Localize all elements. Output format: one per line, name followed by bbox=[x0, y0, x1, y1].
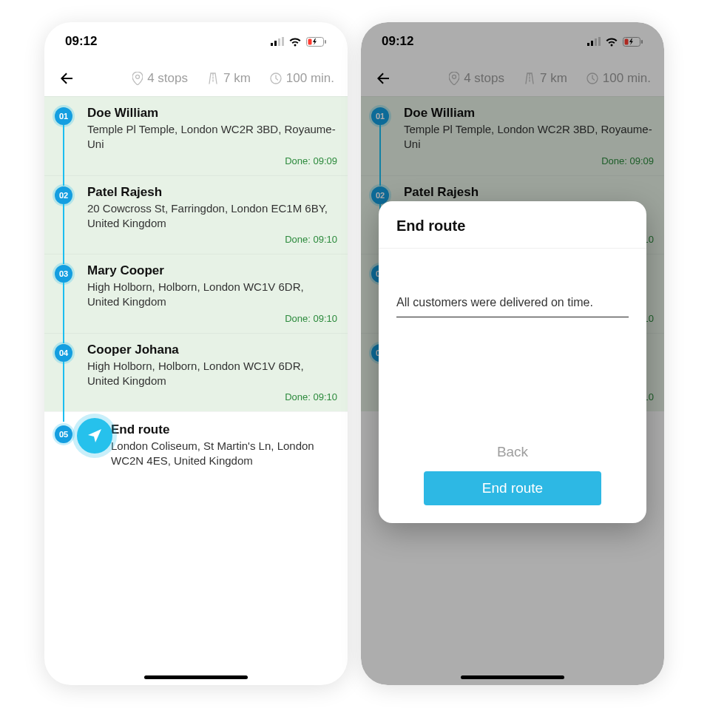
stop-item[interactable]: 04 Cooper Johana High Holborn, Holborn, … bbox=[44, 333, 348, 412]
svg-rect-6 bbox=[308, 38, 312, 44]
svg-rect-3 bbox=[282, 37, 284, 46]
timeline-connector bbox=[63, 125, 64, 186]
battery-low-icon bbox=[306, 37, 327, 47]
road-icon bbox=[207, 73, 219, 84]
duration-summary: 100 min. bbox=[270, 71, 334, 86]
done-timestamp: Done: 09:10 bbox=[87, 234, 337, 245]
navigation-arrow-icon bbox=[86, 427, 104, 445]
timeline-connector bbox=[63, 283, 64, 343]
stop-number-badge: 03 bbox=[55, 265, 72, 283]
navigate-button[interactable] bbox=[77, 418, 112, 454]
svg-rect-5 bbox=[325, 40, 326, 44]
stop-item[interactable]: 02 Patel Rajesh 20 Cowcross St, Farringd… bbox=[44, 175, 348, 255]
stop-number-badge: 02 bbox=[55, 186, 72, 204]
done-timestamp: Done: 09:10 bbox=[87, 391, 337, 402]
stop-address: Temple Pl Temple, London WC2R 3BD, Royau… bbox=[87, 122, 337, 152]
stop-number-badge: 05 bbox=[55, 425, 72, 443]
done-timestamp: Done: 09:09 bbox=[87, 155, 337, 166]
pin-icon bbox=[132, 72, 143, 85]
back-button[interactable] bbox=[58, 70, 75, 87]
end-route-title: End route bbox=[111, 422, 337, 437]
stop-number-badge: 01 bbox=[55, 107, 72, 125]
modal-confirm-button[interactable]: End route bbox=[424, 471, 601, 505]
stops-list: 01 Doe William Temple Pl Temple, London … bbox=[44, 96, 348, 484]
stop-address: High Holborn, Holborn, London WC1V 6DR, … bbox=[87, 359, 337, 389]
end-route-address: London Coliseum, St Martin's Ln, London … bbox=[111, 439, 337, 469]
route-note-input[interactable]: All customers were delivered on time. bbox=[396, 296, 629, 317]
status-bar: 09:12 bbox=[44, 22, 348, 61]
end-route-item[interactable]: 05 End route London Coliseum, St Martin'… bbox=[44, 411, 348, 484]
home-indicator[interactable] bbox=[144, 675, 248, 679]
status-time: 09:12 bbox=[65, 34, 97, 49]
modal-title: End route bbox=[379, 201, 646, 249]
stop-name: Patel Rajesh bbox=[87, 185, 337, 200]
stops-summary: 4 stops bbox=[132, 71, 188, 86]
stop-name: Mary Cooper bbox=[87, 263, 337, 278]
stop-address: High Holborn, Holborn, London WC1V 6DR, … bbox=[87, 280, 337, 310]
stop-address: 20 Cowcross St, Farringdon, London EC1M … bbox=[87, 201, 337, 232]
stop-name: Doe William bbox=[87, 106, 337, 121]
timeline-connector bbox=[63, 204, 64, 265]
stop-name: Cooper Johana bbox=[87, 343, 337, 357]
timeline-connector bbox=[63, 362, 64, 422]
end-route-modal: End route All customers were delivered o… bbox=[379, 201, 646, 523]
stop-item[interactable]: 01 Doe William Temple Pl Temple, London … bbox=[44, 96, 348, 175]
stop-item[interactable]: 03 Mary Cooper High Holborn, Holborn, Lo… bbox=[44, 254, 348, 333]
done-timestamp: Done: 09:10 bbox=[87, 313, 337, 324]
modal-back-button[interactable]: Back bbox=[493, 443, 532, 461]
distance-summary: 7 km bbox=[207, 71, 251, 86]
phone-end-route-modal: 09:12 4 stops 7 km bbox=[361, 22, 664, 685]
phone-route-list: 09:12 4 stops 7 km bbox=[44, 22, 348, 685]
svg-rect-0 bbox=[271, 43, 273, 46]
arrow-left-icon bbox=[58, 70, 75, 87]
svg-rect-1 bbox=[274, 41, 277, 46]
wifi-icon bbox=[288, 37, 302, 47]
route-header: 4 stops 7 km 100 min. bbox=[44, 61, 348, 96]
svg-rect-2 bbox=[278, 38, 280, 46]
signal-icon bbox=[271, 37, 284, 46]
clock-icon bbox=[270, 73, 282, 84]
status-icons bbox=[271, 37, 327, 47]
stop-number-badge: 04 bbox=[55, 344, 72, 362]
